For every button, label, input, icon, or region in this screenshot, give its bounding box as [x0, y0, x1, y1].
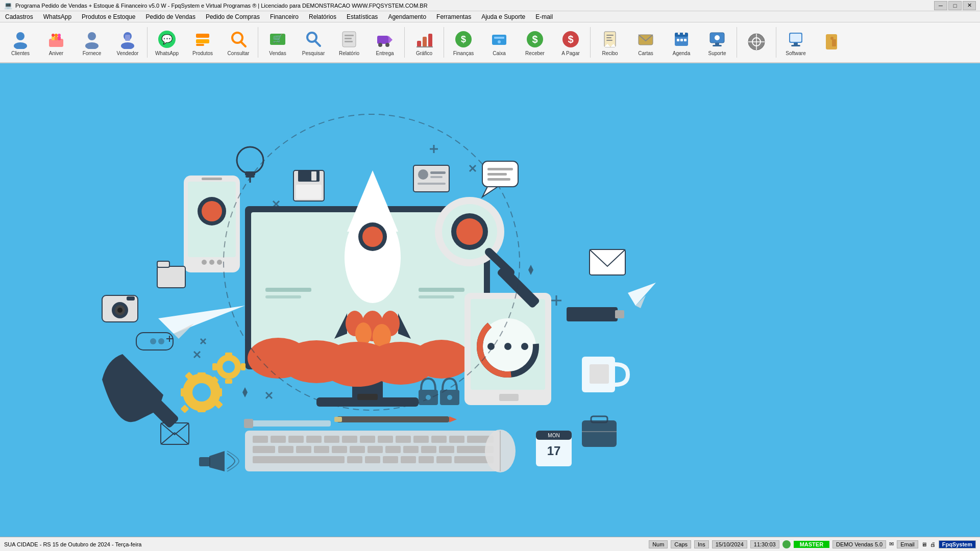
- svg-rect-195: [225, 353, 232, 357]
- toolbar-btn-software[interactable]: Software: [778, 24, 813, 61]
- svg-rect-147: [421, 446, 436, 453]
- svg-rect-129: [324, 436, 339, 443]
- consultar-icon: [228, 29, 249, 49]
- menu-item-pedido-compras[interactable]: Pedido de Compras: [201, 11, 265, 22]
- toolbar-btn-financas[interactable]: $Finanças: [446, 24, 481, 61]
- svg-rect-53: [675, 33, 688, 37]
- svg-rect-198: [241, 363, 246, 370]
- toolbar-btn-consultar[interactable]: Consultar: [221, 24, 256, 61]
- svg-rect-79: [357, 394, 378, 400]
- consultar-label: Consultar: [228, 51, 250, 56]
- svg-rect-72: [832, 39, 836, 46]
- printer-icon: 🖨: [930, 541, 936, 547]
- toolbar-btn-aniver[interactable]: Aniver: [39, 24, 74, 61]
- svg-rect-132: [378, 436, 393, 443]
- svg-text:🛒: 🛒: [273, 34, 283, 43]
- toolbar-btn-extra1[interactable]: [739, 24, 774, 61]
- toolbar-btn-relatorio[interactable]: Relatório: [332, 24, 366, 61]
- toolbar-btn-produtos[interactable]: Produtos: [185, 24, 220, 61]
- svg-rect-166: [246, 176, 255, 178]
- toolbar-btn-recibo[interactable]: Recibo: [593, 24, 627, 61]
- vendedor-icon: [117, 29, 138, 49]
- date-display: 15/10/2024: [712, 540, 747, 548]
- svg-rect-148: [439, 446, 454, 453]
- toolbar-btn-entrega[interactable]: Entrega: [368, 24, 402, 61]
- toolbar-btn-suporte[interactable]: Suporte: [700, 24, 734, 61]
- toolbar-btn-fornece[interactable]: Fornece: [75, 24, 109, 61]
- svg-rect-55: [683, 32, 685, 35]
- menu-item-relatorios[interactable]: Relatórios: [304, 11, 341, 22]
- svg-rect-175: [430, 176, 443, 178]
- extra1-icon: [746, 32, 767, 52]
- toolbar-btn-whatsapp[interactable]: 💬WhatsApp: [150, 24, 184, 61]
- recibo-icon: [600, 29, 620, 49]
- toolbar-btn-vendas[interactable]: 🛒Vendas: [260, 24, 295, 61]
- menu-item-agendamento[interactable]: Agendamento: [383, 11, 431, 22]
- toolbar-btn-grafico[interactable]: Gráfico: [407, 24, 442, 61]
- toolbar-btn-pesquisar[interactable]: Pesquisar: [296, 24, 331, 61]
- caixa-icon: [489, 29, 509, 49]
- svg-rect-127: [288, 436, 304, 443]
- svg-rect-54: [678, 32, 680, 35]
- svg-point-12: [121, 42, 134, 49]
- illustration: MON 17: [0, 63, 980, 537]
- menu-item-ajuda-suporte[interactable]: Ajuda e Suporte: [476, 11, 530, 22]
- toolbar-btn-apagar[interactable]: $A Pagar: [553, 24, 588, 61]
- maximize-button[interactable]: □: [948, 1, 962, 10]
- toolbar-btn-agenda[interactable]: Agenda: [664, 24, 699, 61]
- svg-point-8: [58, 34, 61, 37]
- minimize-button[interactable]: ─: [934, 1, 947, 10]
- svg-rect-97: [265, 295, 301, 298]
- svg-point-247: [447, 395, 452, 400]
- toolbar-btn-clientes[interactable]: Clientes: [3, 24, 38, 61]
- menu-item-produtos-estoque[interactable]: Produtos e Estoque: [77, 11, 140, 22]
- menu-item-cadastros[interactable]: Cadastros: [0, 11, 38, 22]
- extra2-icon: [821, 32, 842, 52]
- status-city-date: SUA CIDADE - RS 15 de Outubro de 2024 - …: [4, 541, 645, 547]
- close-button[interactable]: ✕: [963, 1, 976, 10]
- entrega-label: Entrega: [376, 51, 394, 56]
- svg-rect-130: [342, 436, 357, 443]
- svg-rect-170: [311, 171, 316, 181]
- toolbar-separator: [147, 27, 148, 58]
- svg-point-31: [378, 43, 382, 47]
- menu-item-estatisticas[interactable]: Estatísticas: [341, 11, 383, 22]
- svg-rect-34: [423, 37, 427, 47]
- svg-rect-134: [413, 436, 429, 443]
- statusbar: SUA CIDADE - RS 15 de Outubro de 2024 - …: [0, 537, 980, 551]
- toolbar-btn-extra2[interactable]: [814, 24, 849, 61]
- menu-item-ferramentas[interactable]: Ferramentas: [431, 11, 476, 22]
- menu-item-email[interactable]: E-mail: [530, 11, 558, 22]
- vendas-icon: 🛒: [267, 29, 288, 49]
- svg-rect-125: [253, 436, 268, 443]
- svg-rect-181: [487, 178, 510, 181]
- svg-rect-16: [196, 34, 209, 38]
- menu-item-whatsapp[interactable]: WhatsApp: [38, 11, 77, 22]
- relatorio-icon: [339, 29, 359, 49]
- main-content: MON 17: [0, 63, 980, 537]
- toolbar-btn-vendedor[interactable]: Vendedor: [110, 24, 145, 61]
- svg-point-106: [217, 260, 222, 265]
- svg-rect-40: [494, 37, 504, 39]
- toolbar-btn-caixa[interactable]: Caixa: [482, 24, 517, 61]
- toolbar-btn-receber[interactable]: $Receber: [518, 24, 552, 61]
- svg-rect-243: [199, 457, 210, 466]
- svg-point-41: [498, 40, 501, 43]
- svg-rect-47: [606, 35, 614, 36]
- menu-item-pedido-vendas[interactable]: Pedido de Vendas: [140, 11, 200, 22]
- svg-point-116: [504, 343, 511, 350]
- menu-item-financeiro[interactable]: Financeiro: [265, 11, 304, 22]
- svg-rect-248: [337, 416, 449, 422]
- whatsapp-label: WhatsApp: [155, 51, 179, 56]
- svg-rect-152: [365, 456, 380, 463]
- relatorio-label: Relatório: [339, 51, 359, 56]
- financas-icon: $: [453, 29, 474, 49]
- cartas-icon: [635, 29, 656, 49]
- svg-rect-142: [332, 446, 347, 453]
- svg-point-10: [85, 42, 99, 49]
- fornece-label: Fornece: [83, 51, 102, 56]
- svg-rect-171: [296, 185, 322, 199]
- svg-point-6: [52, 34, 55, 37]
- agenda-icon: [671, 29, 692, 49]
- toolbar-btn-cartas[interactable]: Cartas: [628, 24, 663, 61]
